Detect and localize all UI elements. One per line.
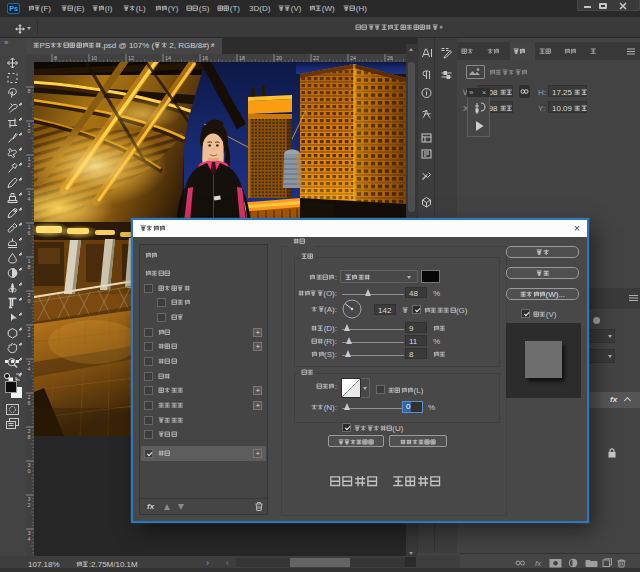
- svg-text:2: 2: [28, 332, 31, 338]
- svg-text:fx: fx: [535, 559, 542, 568]
- svg-text:8: 8: [28, 434, 31, 440]
- svg-text:0: 0: [28, 128, 31, 134]
- svg-text:4: 4: [28, 536, 31, 542]
- svg-text:6: 6: [28, 230, 31, 236]
- svg-text:4: 4: [28, 196, 31, 202]
- svg-text:8: 8: [28, 88, 31, 94]
- svg-text:0: 0: [28, 298, 31, 304]
- svg-text:2: 2: [28, 162, 31, 168]
- svg-text:0: 0: [28, 468, 31, 474]
- svg-text:2: 2: [28, 502, 31, 508]
- svg-text:8: 8: [28, 264, 31, 270]
- svg-text:4: 4: [28, 366, 31, 372]
- svg-text:6: 6: [28, 400, 31, 406]
